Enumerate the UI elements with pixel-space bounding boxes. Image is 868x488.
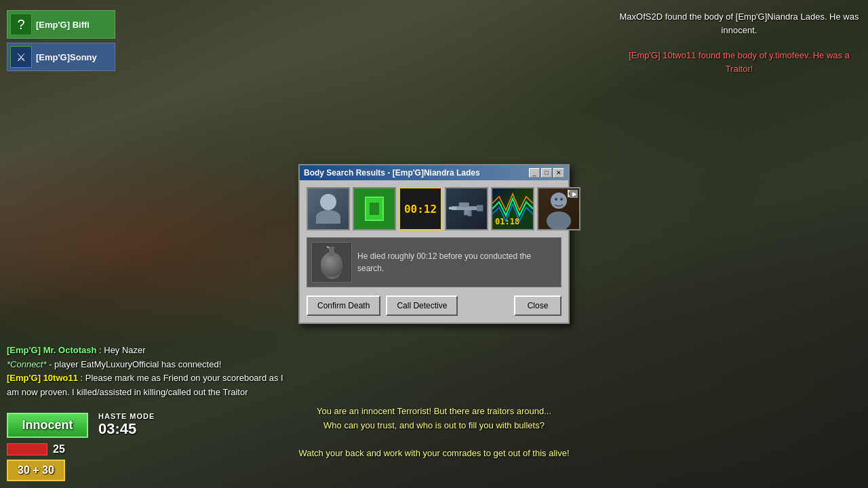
svg-rect-11 <box>330 253 335 262</box>
ev-time2-inner: 01:18 <box>492 188 533 229</box>
play-icon: ▶ <box>572 191 576 197</box>
evidence-row: 00:12 <box>307 187 561 230</box>
ev-green-card-shape <box>365 197 384 221</box>
ev-small-portrait-inner: it's ▶ <box>538 188 579 229</box>
modal-content: 00:12 <box>300 180 568 323</box>
modal-buttons: Confirm Death Call Detective Close <box>307 296 561 316</box>
modal-controls: _ □ ✕ <box>529 168 564 178</box>
svg-rect-12 <box>331 249 334 255</box>
death-weapon-svg <box>312 243 352 283</box>
svg-rect-2 <box>449 207 456 209</box>
body-search-modal: Body Search Results - [Emp'G]Niandra Lad… <box>298 164 570 324</box>
svg-rect-5 <box>464 210 469 216</box>
modal-close-x-btn[interactable]: ✕ <box>553 168 564 178</box>
ev-green-card-inner <box>354 188 395 229</box>
ev-play-btn[interactable]: ▶ <box>570 190 578 198</box>
svg-point-9 <box>560 198 563 201</box>
death-text: He died roughly 00:12 before you conduct… <box>357 242 557 283</box>
svg-point-10 <box>323 258 342 279</box>
ev-time2-value: 01:18 <box>495 217 519 226</box>
evidence-rifle[interactable] <box>445 187 488 230</box>
evidence-small-portrait[interactable]: it's ▶ <box>537 187 580 230</box>
ev-time1-inner: 00:12 <box>400 188 441 229</box>
ev-portrait-inner <box>308 188 349 229</box>
evidence-time2[interactable]: 01:18 <box>491 187 534 230</box>
confirm-death-button[interactable]: Confirm Death <box>307 296 380 316</box>
death-info-box: He died roughly 00:12 before you conduct… <box>307 237 561 287</box>
svg-point-8 <box>555 198 557 201</box>
svg-line-13 <box>327 247 332 249</box>
rifle-svg <box>446 188 487 229</box>
svg-point-7 <box>547 211 571 229</box>
modal-title: Body Search Results - [Emp'G]Niandra Lad… <box>304 168 480 178</box>
modal-maximize-btn[interactable]: □ <box>541 168 552 178</box>
death-icon <box>311 242 352 283</box>
death-description: He died roughly 00:12 before you conduct… <box>357 250 557 274</box>
ev-rifle-inner <box>446 188 487 229</box>
modal-titlebar: Body Search Results - [Emp'G]Niandra Lad… <box>300 165 568 180</box>
evidence-time1[interactable]: 00:12 <box>399 187 442 230</box>
evidence-green-card[interactable] <box>353 187 396 230</box>
call-detective-button[interactable]: Call Detective <box>386 296 458 316</box>
modal-overlay: Body Search Results - [Emp'G]Niandra Lad… <box>0 0 868 488</box>
svg-rect-3 <box>459 203 469 207</box>
modal-minimize-btn[interactable]: _ <box>529 168 540 178</box>
svg-rect-1 <box>477 205 483 211</box>
close-button[interactable]: Close <box>514 296 561 316</box>
ev-time1-value: 00:12 <box>404 203 437 216</box>
evidence-portrait[interactable] <box>307 187 350 230</box>
